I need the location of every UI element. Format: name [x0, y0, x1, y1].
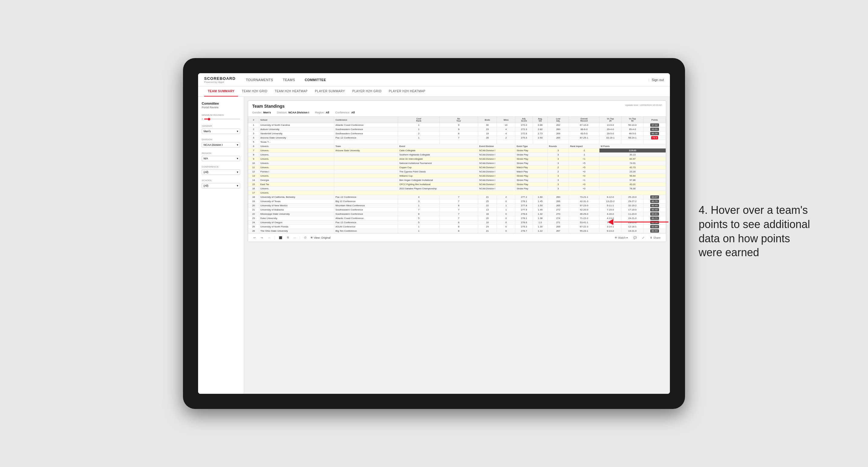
sign-out-button[interactable]: Sign out — [652, 78, 664, 82]
tablet-screen: SCOREBOARD Powered by clippd TOURNAMENTS… — [198, 73, 670, 394]
col-adj-score: Adj.Score — [515, 117, 533, 123]
expanded-data-row[interactable]: 13 Univers. Williams Cup NCAA Division I… — [248, 174, 666, 178]
col-conf-rank: ConfRank — [398, 117, 439, 123]
more-button[interactable]: ··· — [292, 236, 297, 240]
sidebar-region: Region N/A ▾ — [202, 152, 240, 161]
gender-select[interactable]: Men's ▾ — [202, 129, 240, 134]
subnav-player-summary[interactable]: PLAYER SUMMARY — [311, 87, 348, 96]
logo-sub: Powered by clippd — [204, 81, 236, 84]
nav-teams[interactable]: TEAMS — [282, 77, 296, 82]
conference-select[interactable]: (All) ▾ — [202, 169, 240, 175]
col-conference: Conference — [334, 117, 398, 123]
copy-button[interactable]: ⧉ — [286, 235, 290, 240]
school-select[interactable]: (All) ▾ — [202, 183, 240, 188]
table-row[interactable]: 19 University of Texas Big 12 Conference… — [248, 199, 666, 204]
table-row[interactable]: 26 The Ohio State University Big Ten Con… — [248, 229, 666, 233]
table-row[interactable]: 3 Vanderbilt University Southeastern Con… — [248, 131, 666, 136]
table-row[interactable]: 4 Arizona State University Pac-12 Confer… — [248, 136, 666, 140]
share-icon: ⬆ — [650, 236, 652, 239]
nav-tournaments[interactable]: TOURNAMENTS — [245, 77, 274, 82]
tablet-device: SCOREBOARD Powered by clippd TOURNAMENTS… — [183, 58, 685, 409]
region-select[interactable]: N/A ▾ — [202, 156, 240, 161]
col-rank: # — [248, 117, 259, 123]
redo-button[interactable]: ↪ — [259, 236, 264, 240]
expanded-data-row[interactable]: 14 Georgia Ben Hogan Collegiate Invitati… — [248, 178, 666, 182]
table-row[interactable]: 24 University of Oregon Pac-12 Conferenc… — [248, 220, 666, 225]
table-row[interactable]: 22 Mississippi State University Southeas… — [248, 212, 666, 216]
expanded-header-row: 6 Univers. Team Event Event Division Eve… — [248, 144, 666, 149]
camera-button[interactable]: ⬛ — [278, 236, 283, 240]
conf-cell: Atlantic Coast Conference — [334, 123, 398, 127]
table-row[interactable]: 23 Duke University Atlantic Coast Confer… — [248, 216, 666, 220]
sidebar-gender-label: Gender — [202, 125, 240, 127]
sidebar-subtitle: Portal Review — [202, 106, 240, 109]
toolbar-right: 👁 Watch ▾ 💬 ⤢ ⬆ Share — [613, 236, 662, 240]
sidebar-school-label: School — [202, 179, 240, 182]
subnav-player-h2h-grid[interactable]: PLAYER H2H GRID — [349, 87, 385, 96]
expanded-data-row[interactable]: 8 Univers. Southern Highlands Collegiate… — [248, 153, 666, 157]
filter-division-label: Division: — [277, 111, 287, 114]
table-row[interactable]: 2 Auburn University Southeastern Confere… — [248, 127, 666, 131]
division-value: NCAA Division I — [204, 143, 223, 146]
expanded-data-row[interactable]: 10 Univers. National Invitational Tourna… — [248, 161, 666, 165]
top-navigation: SCOREBOARD Powered by clippd TOURNAMENTS… — [198, 73, 670, 87]
expand-button[interactable]: ⤢ — [641, 236, 646, 240]
table-row[interactable]: 1 University of North Carolina Atlantic … — [248, 123, 666, 127]
division-select[interactable]: NCAA Division I ▾ — [202, 142, 240, 148]
back-button[interactable]: ← — [267, 236, 272, 240]
gender-value: Men's — [204, 130, 211, 133]
standings-table: # School Conference ConfRank NoTour Bnds… — [248, 117, 666, 233]
slider-bar[interactable] — [204, 119, 240, 120]
watch-button[interactable]: 👁 Watch ▾ — [613, 236, 629, 240]
col-school: School — [259, 117, 334, 123]
feedback-button[interactable]: 💬 — [632, 236, 638, 240]
slider-min: 0 — [202, 118, 203, 120]
slider-fill — [204, 119, 208, 120]
report-header: Team Standings Update time: 13/03/2024 1… — [248, 101, 666, 110]
slider-thumb[interactable] — [208, 118, 210, 120]
table-row[interactable]: 18 University of California, Berkeley Pa… — [248, 195, 666, 199]
filter-gender-label: Gender: — [252, 111, 262, 114]
eye-icon-2: 👁 — [615, 236, 617, 239]
expanded-data-row[interactable]: 7 Univers. Arizona State University Cait… — [248, 149, 666, 153]
view-label: 👁 View: Original — [310, 236, 331, 239]
undo-button[interactable]: ↩ — [252, 236, 257, 240]
table-row[interactable]: 25 University of North Florida ASUN Conf… — [248, 225, 666, 229]
col-vs25: Vs Top25 — [599, 117, 621, 123]
expanded-data-row[interactable]: 17 Univers. — [248, 191, 666, 195]
sidebar-division-label: Division — [202, 138, 240, 141]
chevron-down-icon: ▾ — [237, 170, 238, 174]
sidebar-gender: Gender Men's ▾ — [202, 125, 240, 134]
table-row[interactable]: 21 University of Alabama Southeastern Co… — [248, 208, 666, 212]
toolbar-sep1: | — [274, 236, 275, 239]
subnav-team-h2h-heatmap[interactable]: TEAM H2H HEATMAP — [271, 87, 311, 96]
expanded-data-row[interactable]: 9 Univers. Amer An Intercollegiate NCAA … — [248, 157, 666, 161]
bottom-toolbar: ↩ ↪ ← | ⬛ ⧉ ··· | ⏱ 👁 View: Original — [248, 233, 666, 242]
subnav-team-h2h-grid[interactable]: TEAM H2H GRID — [238, 87, 271, 96]
col-wins: Wins — [497, 117, 515, 123]
eye-icon: 👁 — [310, 236, 313, 239]
col-bnds: Bnds — [478, 117, 497, 123]
nav-committee[interactable]: COMMITTEE — [304, 77, 328, 82]
sidebar-conference-label: Conference — [202, 165, 240, 168]
school-cell: University of North Carolina — [259, 123, 334, 127]
subnav-team-summary[interactable]: TEAM SUMMARY — [204, 87, 238, 96]
filters-row: Gender: Men's Division: NCAA Division I … — [248, 110, 666, 117]
main-content: Committee Portal Review Minimum Rounds 0… — [198, 97, 670, 394]
expanded-data-row[interactable]: 15 East Tar OFCC Fighting Illini Invitat… — [248, 182, 666, 187]
chevron-down-icon: ▾ — [237, 184, 238, 187]
expanded-data-row[interactable]: 11 Univers. Copper Cup NCAA Division I M… — [248, 165, 666, 170]
subnav-player-h2h-heatmap[interactable]: PLAYER H2H HEATMAP — [385, 87, 429, 96]
time-button[interactable]: ⏱ — [303, 236, 308, 240]
expanded-data-row[interactable]: 16 Univers. 2023 Sahalee Players Champio… — [248, 187, 666, 191]
rank-cell: 1 — [248, 123, 259, 127]
logo-area: SCOREBOARD Powered by clippd — [204, 76, 236, 84]
table-row[interactable]: 20 University of New Mexico Mountain Wes… — [248, 204, 666, 208]
nav-separator: | — [648, 78, 649, 82]
chevron-down-icon: ▾ — [237, 157, 238, 160]
share-button[interactable]: ⬆ Share — [649, 236, 662, 240]
expanded-data-row[interactable]: 12 Florida I The Cypress Point Classic N… — [248, 170, 666, 174]
table-row[interactable]: 5 Texas T... — [248, 140, 666, 144]
table-header-row: # School Conference ConfRank NoTour Bnds… — [248, 117, 666, 123]
update-time: Update time: 13/03/2024 10:03:42 — [625, 104, 662, 108]
